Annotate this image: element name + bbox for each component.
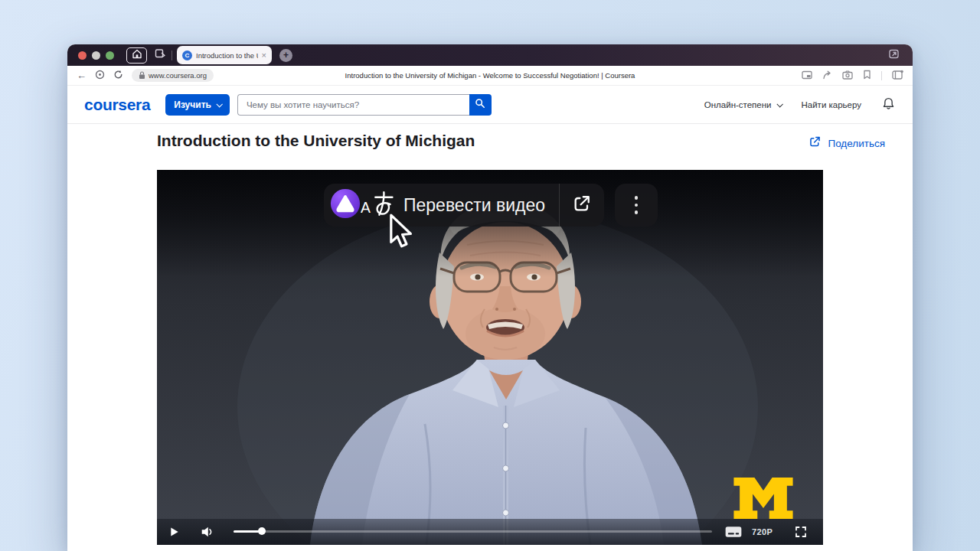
explore-button[interactable]: Изучить xyxy=(165,94,230,116)
quality-selector[interactable]: 720P xyxy=(752,527,773,536)
tab-title: Introduction to the Un xyxy=(196,51,258,60)
back-button[interactable]: ← xyxy=(77,70,87,80)
home-button[interactable] xyxy=(126,47,147,64)
tabs-icon xyxy=(155,48,166,62)
site-info-icon[interactable] xyxy=(95,69,105,83)
bookmark-icon[interactable] xyxy=(863,69,871,83)
search-box xyxy=(237,94,492,116)
lock-icon xyxy=(139,69,145,83)
progress-track[interactable] xyxy=(234,530,712,533)
url-text: www.coursera.org xyxy=(149,71,207,80)
close-window-button[interactable] xyxy=(78,51,87,60)
coursera-favicon: C xyxy=(182,51,192,60)
home-icon xyxy=(132,48,142,62)
captions-button[interactable] xyxy=(724,525,743,542)
overlay-menu-button[interactable] xyxy=(615,184,658,227)
url-bar[interactable]: www.coursera.org xyxy=(132,69,214,82)
screenshot-icon[interactable] xyxy=(842,69,853,83)
share-button[interactable]: Поделиться xyxy=(808,135,885,151)
page-title: Introduction to the University of Michig… xyxy=(157,132,475,150)
address-toolbar: ← www.coursera.org Introduction to the U… xyxy=(67,66,913,86)
tab-close-icon[interactable]: × xyxy=(262,51,266,60)
volume-button[interactable] xyxy=(200,525,214,542)
share-label: Поделиться xyxy=(828,138,885,149)
traffic-lights xyxy=(78,51,114,60)
svg-text:A: A xyxy=(361,200,371,216)
open-translation-button[interactable] xyxy=(560,184,604,227)
nav-online-degrees-label: Онлайн-степени xyxy=(704,100,772,109)
toolbar-separator xyxy=(881,71,882,80)
notifications-button[interactable] xyxy=(881,96,896,112)
share-arrow-icon[interactable] xyxy=(822,69,832,83)
kebab-menu-icon xyxy=(635,204,639,207)
translate-video-label: Перевести видео xyxy=(403,195,545,216)
browser-window: C Introduction to the Un × + ← www.cours… xyxy=(67,44,913,551)
play-button[interactable] xyxy=(170,527,179,540)
explore-button-label: Изучить xyxy=(174,99,211,110)
video-player[interactable]: A Перевести видео xyxy=(157,170,823,545)
chevron-down-icon xyxy=(776,101,782,107)
coursera-header: coursera Изучить Онлайн-степени Найти ка… xyxy=(67,86,913,124)
tab-coursera[interactable]: C Introduction to the Un × xyxy=(177,46,272,64)
page-content: Introduction to the University of Michig… xyxy=(67,124,913,551)
kebab-menu-icon xyxy=(635,210,639,214)
tab-overview-button[interactable] xyxy=(152,47,168,64)
zoom-window-button[interactable] xyxy=(106,51,114,60)
search-icon xyxy=(475,98,485,111)
minimize-window-button[interactable] xyxy=(92,51,100,60)
downloads-panel-icon[interactable] xyxy=(888,48,900,63)
mouse-cursor xyxy=(384,213,416,253)
video-controls: 720P xyxy=(157,519,823,545)
browser-titlebar: C Introduction to the Un × + xyxy=(67,44,913,66)
nav-find-career[interactable]: Найти карьеру xyxy=(802,100,862,109)
external-link-icon xyxy=(571,193,593,217)
progress-handle[interactable] xyxy=(258,527,266,535)
pip-icon[interactable] xyxy=(802,69,812,83)
document-title: Introduction to the University of Michig… xyxy=(345,71,635,80)
alice-assistant-icon xyxy=(330,188,361,222)
reload-button[interactable] xyxy=(113,69,123,83)
chevron-down-icon xyxy=(216,101,222,107)
kebab-menu-icon xyxy=(635,196,639,200)
nav-online-degrees[interactable]: Онлайн-степени xyxy=(704,100,782,109)
translate-video-pill[interactable]: A Перевести видео xyxy=(324,184,604,227)
search-button[interactable] xyxy=(469,94,492,116)
titlebar-divider xyxy=(172,51,172,60)
search-input[interactable] xyxy=(237,94,469,116)
new-tab-button[interactable]: + xyxy=(279,49,292,62)
share-icon xyxy=(808,135,822,151)
michigan-logo xyxy=(733,478,794,522)
fullscreen-button[interactable] xyxy=(795,526,807,541)
sidebar-icon[interactable] xyxy=(892,69,903,83)
coursera-logo[interactable]: coursera xyxy=(84,96,150,114)
